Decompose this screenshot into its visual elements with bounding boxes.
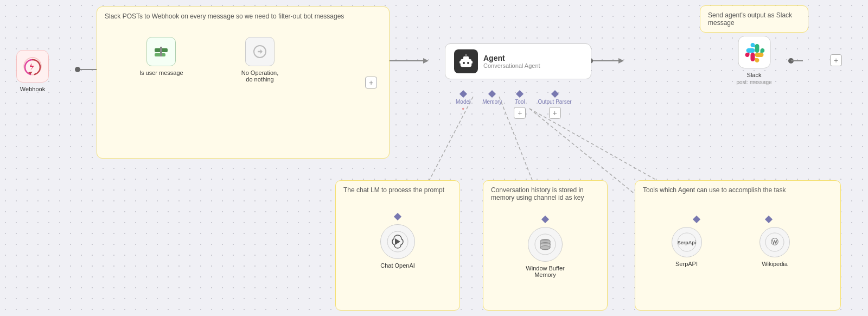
svg-marker-7: [423, 58, 429, 64]
output-parser-plus-button[interactable]: +: [549, 107, 561, 119]
svg-marker-15: [618, 58, 624, 64]
model-diamond: [459, 90, 467, 98]
svg-text:Ⓦ: Ⓦ: [771, 237, 778, 246]
canvas-plus-button[interactable]: +: [830, 54, 842, 66]
model-required: *: [462, 107, 464, 113]
annotation-bot-messages: Slack POSTs to Webhook on every message …: [97, 7, 390, 159]
wikipedia-icon: Ⓦ: [765, 232, 784, 252]
chat-lm-diamond: [394, 213, 401, 220]
agent-node[interactable]: Agent Conversational Agent: [445, 43, 591, 79]
annotation-bot-text: Slack POSTs to Webhook on every message …: [105, 12, 344, 20]
noop-icon: [252, 44, 267, 59]
svg-point-31: [463, 62, 465, 64]
webhook-icon: [23, 56, 42, 76]
send-output-annotation: Send agent's output as Slack message Sla…: [700, 5, 808, 33]
svg-rect-37: [471, 61, 473, 64]
noop-node[interactable]: No Operation, do nothing: [238, 37, 282, 83]
memory-port[interactable]: Memory: [482, 91, 502, 105]
tool-diamond: [516, 90, 524, 98]
workflow-canvas: true false: [0, 0, 868, 316]
filter-node[interactable]: Is user message: [139, 37, 183, 76]
filter-icon: [152, 43, 170, 60]
wiki-diamond: [765, 216, 773, 223]
tools-text: Tools which Agent can use to accomplish …: [643, 186, 833, 194]
memory-diamond: [488, 90, 496, 98]
svg-point-32: [467, 62, 469, 64]
serpapi-diamond: [693, 216, 700, 223]
chat-openai-node[interactable]: Chat OpenAI: [380, 224, 415, 269]
svg-point-2: [75, 67, 80, 72]
tool-port[interactable]: Tool +: [514, 91, 526, 119]
svg-rect-25: [160, 47, 162, 56]
tool-plus-button[interactable]: +: [514, 107, 526, 119]
serpapi-node[interactable]: SerpApi SerpAPI: [672, 227, 702, 267]
annotation-conv-history: Conversation history is stored in memory…: [483, 180, 608, 311]
wikipedia-node[interactable]: Ⓦ Wikipedia: [760, 227, 790, 267]
memory-conn-diamond: [541, 216, 549, 223]
conv-history-text: Conversation history is stored in memory…: [491, 186, 599, 201]
annotation-chat-lm: The chat LM to process the prompt Chat O…: [335, 180, 460, 311]
svg-rect-36: [459, 61, 461, 64]
annotation-plus-button[interactable]: +: [365, 77, 377, 89]
slack-icon: [744, 42, 764, 62]
svg-point-42: [540, 246, 550, 250]
svg-point-16: [788, 58, 794, 64]
webhook-node[interactable]: Webhook: [16, 50, 49, 92]
agent-ports: Model * Memory Tool + Output Parser +: [456, 91, 572, 119]
slack-node[interactable]: Slack post: message: [736, 36, 771, 85]
output-parser-diamond: [551, 90, 558, 98]
annotation-tools: Tools which Agent can use to accomplish …: [635, 180, 841, 311]
agent-sublabel: Conversational Agent: [483, 62, 540, 69]
openai-icon: [387, 231, 409, 252]
agent-title: Agent: [483, 54, 540, 62]
output-parser-port[interactable]: Output Parser +: [538, 91, 571, 119]
model-port[interactable]: Model *: [456, 91, 470, 113]
svg-point-35: [465, 54, 467, 56]
serpapi-icon: SerpApi: [677, 232, 697, 252]
agent-icon: [454, 49, 478, 73]
window-buffer-node[interactable]: Window Buffer Memory: [521, 227, 570, 278]
svg-rect-33: [463, 56, 469, 60]
svg-text:SerpApi: SerpApi: [677, 240, 696, 245]
chat-lm-text: The chat LM to process the prompt: [343, 186, 452, 194]
svg-marker-27: [260, 49, 263, 54]
send-output-text: Send agent's output as Slack message: [708, 11, 792, 27]
memory-icon: [534, 233, 556, 255]
